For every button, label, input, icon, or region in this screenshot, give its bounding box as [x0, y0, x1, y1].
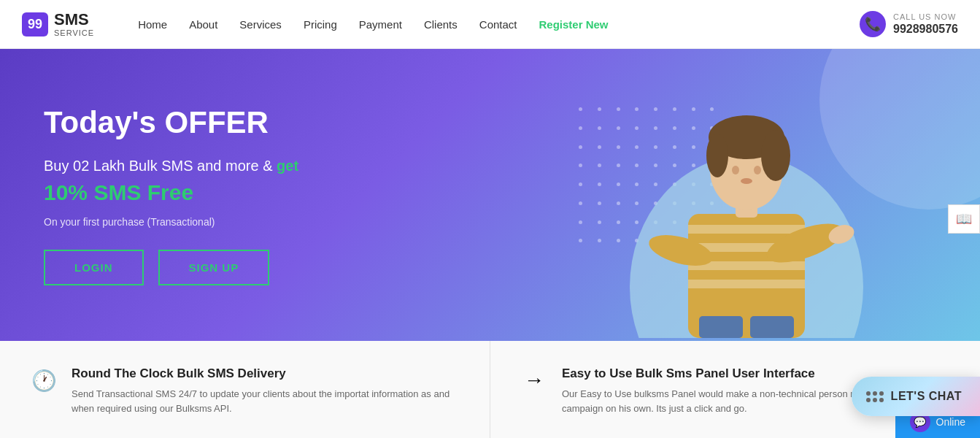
- chat-dot: [879, 391, 884, 396]
- chat-dots-icon: [866, 391, 884, 402]
- hero-dot: [579, 239, 582, 242]
- hero-image: [622, 53, 871, 341]
- hero-dot: [598, 107, 601, 111]
- hero-person-svg: [622, 53, 871, 338]
- logo-sms: SMS: [54, 11, 94, 28]
- chat-bubble[interactable]: LET'S CHAT: [852, 377, 980, 416]
- svg-point-9: [761, 130, 790, 181]
- nav-item-payment[interactable]: Payment: [359, 18, 402, 31]
- online-text: Online: [936, 416, 965, 428]
- features-section: 🕐 Round The Clock Bulk SMS Delivery Send…: [0, 341, 980, 438]
- hero-dot: [617, 145, 620, 149]
- nav-item-register-new[interactable]: Register New: [539, 18, 609, 31]
- hero-note: On your first purchase (Transactional): [44, 216, 298, 228]
- feature-icon-1: →: [520, 369, 549, 392]
- hero-dot: [598, 126, 601, 130]
- svg-rect-17: [699, 316, 743, 338]
- signup-button[interactable]: SIGN UP: [158, 250, 270, 285]
- nav-item-home[interactable]: Home: [138, 18, 167, 31]
- hero-subtitle: Buy 02 Lakh Bulk SMS and more & get: [44, 155, 298, 177]
- hero-dot: [579, 164, 582, 167]
- hero-dot: [617, 239, 620, 242]
- feature-title-0: Round The Clock Bulk SMS Delivery: [72, 366, 460, 381]
- logo-text: SMS SERVICE: [54, 11, 94, 37]
- chat-dot: [866, 391, 871, 396]
- feature-item-0: 🕐 Round The Clock Bulk SMS Delivery Send…: [0, 341, 490, 438]
- chat-widget[interactable]: LET'S CHAT: [852, 377, 980, 416]
- hero-highlight: get: [277, 158, 298, 174]
- hero-title: Today's OFFER: [44, 105, 298, 140]
- nav-item-about[interactable]: About: [189, 18, 217, 31]
- hero-dot: [598, 239, 601, 242]
- svg-rect-18: [750, 316, 794, 338]
- call-number: 9928980576: [893, 22, 958, 36]
- hero-dot: [598, 220, 601, 224]
- hero-dot: [579, 107, 582, 111]
- logo-service: SERVICE: [54, 28, 94, 37]
- hero-dot: [579, 220, 582, 224]
- hero-dot: [617, 164, 620, 167]
- call-area: 📞 CALL US NOW 9928980576: [860, 11, 958, 37]
- svg-point-12: [754, 166, 761, 174]
- header: 99 SMS SERVICE HomeAboutServicesPricingP…: [0, 0, 980, 49]
- call-text: CALL US NOW 9928980576: [893, 12, 958, 36]
- hero-content: Today's OFFER Buy 02 Lakh Bulk SMS and m…: [44, 105, 298, 285]
- hero-dot: [598, 201, 601, 205]
- hero-dot: [579, 201, 582, 205]
- logo[interactable]: 99 SMS SERVICE: [22, 11, 94, 37]
- hero-dot: [579, 182, 582, 186]
- nav-item-services[interactable]: Services: [239, 18, 282, 31]
- hero-dot: [598, 164, 601, 167]
- hero-buttons: LOGIN SIGN UP: [44, 250, 298, 285]
- chat-dot: [873, 398, 877, 402]
- hero-section: Today's OFFER Buy 02 Lakh Bulk SMS and m…: [0, 49, 980, 341]
- svg-point-11: [732, 166, 739, 174]
- chat-label: LET'S CHAT: [891, 390, 962, 403]
- logo-badge: 99: [22, 12, 48, 36]
- svg-rect-5: [688, 280, 805, 288]
- hero-dot: [617, 220, 620, 224]
- svg-point-13: [741, 178, 752, 184]
- chat-dot: [866, 398, 871, 402]
- hero-line1: Buy 02 Lakh Bulk SMS and more &: [44, 158, 277, 174]
- hero-dot: [579, 145, 582, 149]
- svg-rect-2: [688, 225, 805, 234]
- sidebar-book-icon[interactable]: 📖: [948, 204, 980, 234]
- feature-text-0: Round The Clock Bulk SMS Delivery Send T…: [72, 366, 460, 415]
- hero-dot: [617, 182, 620, 186]
- chat-dot: [873, 391, 877, 396]
- hero-free: 10% SMS Free: [44, 180, 298, 205]
- hero-dot: [617, 126, 620, 130]
- hero-dot: [598, 182, 601, 186]
- hero-dot: [598, 145, 601, 149]
- hero-dot: [579, 126, 582, 130]
- hero-dot: [617, 107, 620, 111]
- hero-dot: [617, 201, 620, 205]
- nav-item-clients[interactable]: Clients: [424, 18, 458, 31]
- nav: HomeAboutServicesPricingPaymentClientsCo…: [138, 18, 860, 31]
- chat-dot: [879, 398, 884, 402]
- sidebar-icon-bar: 📖: [948, 204, 980, 234]
- feature-icon-0: 🕐: [29, 369, 58, 393]
- nav-item-pricing[interactable]: Pricing: [304, 18, 337, 31]
- login-button[interactable]: LOGIN: [44, 250, 144, 285]
- svg-point-10: [706, 134, 728, 177]
- phone-icon: 📞: [860, 11, 886, 37]
- feature-desc-0: Send Transactional SMS 24/7 to update yo…: [72, 387, 460, 415]
- call-label: CALL US NOW: [893, 12, 958, 22]
- nav-item-contact[interactable]: Contact: [479, 18, 517, 31]
